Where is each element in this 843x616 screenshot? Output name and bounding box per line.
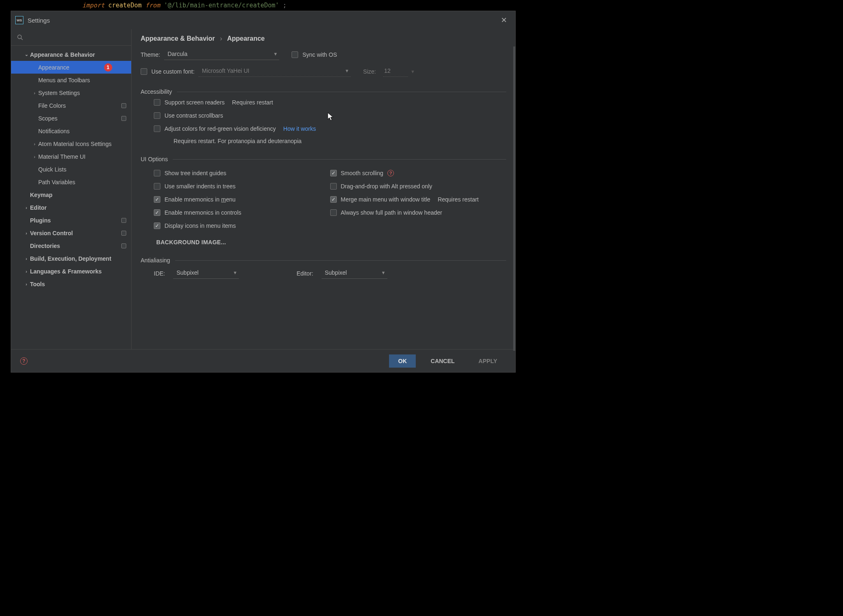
- checkbox-icon: [330, 196, 337, 203]
- checkbox-icon: [292, 51, 298, 58]
- help-icon[interactable]: ?: [387, 170, 394, 176]
- tree-plugins[interactable]: Plugins: [11, 214, 131, 227]
- sync-os-checkbox[interactable]: Sync with OS: [292, 51, 337, 58]
- tree-editor[interactable]: › Editor: [11, 201, 131, 214]
- tree-keymap[interactable]: Keymap: [11, 188, 131, 201]
- mnemonics-controls-label: Enable mnemonics in controls: [164, 209, 241, 216]
- checkbox-icon: [154, 112, 160, 119]
- theme-label: Theme:: [141, 51, 160, 58]
- smaller-indents-checkbox[interactable]: Use smaller indents in trees: [154, 183, 330, 190]
- adjust-colors-label: Adjust colors for red-green vision defic…: [164, 125, 276, 132]
- checkbox-icon: [154, 222, 160, 229]
- chevron-right-icon: ›: [31, 90, 38, 95]
- checkbox-icon: [330, 170, 337, 176]
- smooth-scrolling-checkbox[interactable]: Smooth scrolling ?: [330, 170, 507, 176]
- tree-path-variables[interactable]: Path Variables: [11, 176, 131, 188]
- aa-ide-select[interactable]: Subpixel ▼: [173, 268, 239, 279]
- screen-readers-checkbox[interactable]: Support screen readers Requires restart: [154, 99, 506, 106]
- project-marker-icon: [121, 231, 126, 236]
- contrast-scrollbars-checkbox[interactable]: Use contrast scrollbars: [154, 112, 506, 119]
- mnemonics-controls-checkbox[interactable]: Enable mnemonics in controls: [154, 209, 330, 216]
- tree-appearance[interactable]: Appearance 1: [11, 61, 131, 74]
- tree-languages[interactable]: › Languages & Frameworks: [11, 265, 131, 278]
- tree-indent-label: Show tree indent guides: [164, 170, 226, 176]
- aa-editor-select[interactable]: Subpixel ▼: [322, 268, 387, 279]
- dialog-footer: ? OK CANCEL APPLY: [11, 349, 515, 372]
- breadcrumb-parent: Appearance & Behavior: [141, 35, 215, 42]
- theme-value: Darcula: [167, 51, 187, 57]
- project-marker-icon: [121, 103, 126, 108]
- help-icon[interactable]: ?: [20, 357, 28, 365]
- font-select[interactable]: Microsoft YaHei UI ▼: [199, 66, 351, 77]
- tree-notifications[interactable]: Notifications: [11, 125, 131, 137]
- tree-appearance-behavior[interactable]: ⌄ Appearance & Behavior: [11, 48, 131, 61]
- chevron-right-icon: ›: [23, 231, 30, 236]
- use-custom-font-label: Use custom font:: [151, 68, 195, 75]
- chevron-right-icon: ›: [23, 282, 30, 287]
- mnemonics-menu-checkbox[interactable]: Enable mnemonics in menu: [154, 196, 330, 203]
- close-icon[interactable]: ✕: [499, 15, 509, 25]
- chevron-right-icon: ›: [23, 205, 30, 210]
- tree-quick-lists[interactable]: Quick Lists: [11, 163, 131, 176]
- screen-readers-label: Support screen readers: [164, 99, 225, 106]
- checkbox-icon: [154, 125, 160, 132]
- settings-dialog: WS Settings ✕ ⌄ Appearance & Behavior Ap…: [11, 11, 516, 373]
- mnemonics-menu-label: Enable mnemonics in menu: [164, 196, 236, 203]
- drag-alt-checkbox[interactable]: Drag-and-drop with Alt pressed only: [330, 183, 507, 190]
- tree-menus-toolbars[interactable]: Menus and Toolbars: [11, 74, 131, 86]
- notification-badge: 1: [104, 63, 112, 72]
- project-marker-icon: [121, 116, 126, 121]
- cancel-button[interactable]: CANCEL: [422, 354, 463, 368]
- checkbox-icon: [141, 68, 147, 75]
- tree-file-colors[interactable]: File Colors: [11, 99, 131, 112]
- chevron-down-icon: ▼: [233, 270, 237, 275]
- app-logo: WS: [15, 16, 23, 24]
- theme-select[interactable]: Darcula ▼: [164, 49, 279, 60]
- titlebar: WS Settings ✕: [11, 11, 515, 29]
- font-size-input[interactable]: 12: [383, 66, 408, 77]
- background-image-button[interactable]: BACKGROUND IMAGE...: [154, 236, 330, 245]
- main-panel: Appearance & Behavior › Appearance Theme…: [132, 29, 515, 349]
- chevron-right-icon: ›: [23, 256, 30, 261]
- chevron-down-icon: ▼: [273, 51, 278, 56]
- checkbox-icon: [154, 209, 160, 216]
- chevron-down-icon: ▼: [345, 68, 349, 73]
- aa-ide-value: Subpixel: [176, 269, 199, 276]
- tree-system-settings[interactable]: › System Settings: [11, 86, 131, 99]
- tree-tools[interactable]: › Tools: [11, 278, 131, 290]
- svg-point-0: [18, 35, 21, 39]
- font-size-label: Size:: [363, 68, 376, 75]
- scrollbar[interactable]: [513, 46, 515, 351]
- contrast-scrollbars-label: Use contrast scrollbars: [164, 112, 223, 119]
- search-input[interactable]: [11, 29, 131, 46]
- smooth-scrolling-label: Smooth scrolling: [341, 170, 384, 176]
- chevron-right-icon: ›: [31, 154, 38, 159]
- settings-content: Theme: Darcula ▼ Sync with OS Use custom…: [132, 46, 515, 349]
- full-path-label: Always show full path in window header: [341, 209, 442, 216]
- breadcrumb-current: Appearance: [227, 35, 265, 42]
- tree-directories[interactable]: Directories: [11, 239, 131, 252]
- full-path-checkbox[interactable]: Always show full path in window header: [330, 209, 507, 216]
- use-custom-font-checkbox[interactable]: Use custom font:: [141, 68, 195, 75]
- apply-button[interactable]: APPLY: [470, 354, 506, 368]
- display-icons-label: Display icons in menu items: [164, 222, 236, 229]
- tree-indent-checkbox[interactable]: Show tree indent guides: [154, 170, 330, 176]
- tree-build[interactable]: › Build, Execution, Deployment: [11, 252, 131, 265]
- section-ui-options: UI Options: [141, 156, 506, 162]
- ok-button[interactable]: OK: [389, 354, 416, 368]
- merge-menu-checkbox[interactable]: Merge main menu with window title Requir…: [330, 196, 507, 203]
- tree-atom-icons[interactable]: › Atom Material Icons Settings: [11, 137, 131, 150]
- sync-os-label: Sync with OS: [302, 51, 337, 58]
- merge-menu-hint: Requires restart: [438, 196, 479, 203]
- section-antialiasing: Antialiasing: [141, 257, 506, 264]
- smaller-indents-label: Use smaller indents in trees: [164, 183, 236, 190]
- chevron-down-icon: ▼: [410, 69, 415, 74]
- how-it-works-link[interactable]: How it works: [283, 125, 316, 132]
- font-value: Microsoft YaHei UI: [202, 67, 249, 74]
- tree-scopes[interactable]: Scopes: [11, 112, 131, 125]
- drag-alt-label: Drag-and-drop with Alt pressed only: [341, 183, 433, 190]
- display-icons-checkbox[interactable]: Display icons in menu items: [154, 222, 330, 229]
- tree-material-theme[interactable]: › Material Theme UI: [11, 150, 131, 163]
- adjust-colors-checkbox[interactable]: Adjust colors for red-green vision defic…: [154, 125, 506, 132]
- tree-version-control[interactable]: › Version Control: [11, 227, 131, 239]
